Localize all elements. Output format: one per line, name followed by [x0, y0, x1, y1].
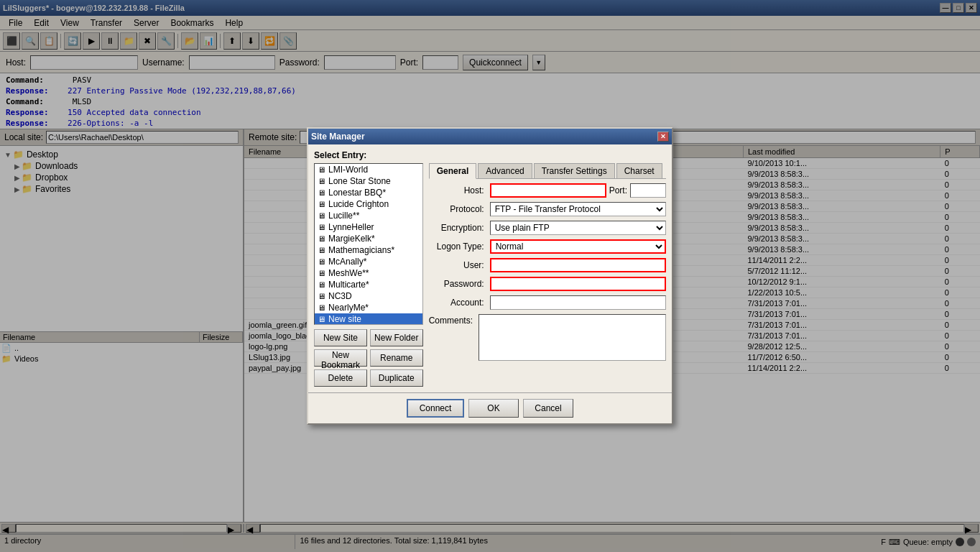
sm-entry-lucille[interactable]: 🖥 Lucille** [315, 210, 422, 221]
sm-title: Site Manager [311, 132, 365, 142]
tab-transfer-settings[interactable]: Transfer Settings [534, 163, 615, 178]
site-icon: 🖥 [318, 280, 325, 289]
ok-button[interactable]: OK [468, 399, 519, 418]
sm-entry-new-site[interactable]: 🖥 New site [315, 313, 422, 325]
modal-overlay: Site Manager ✕ Select Entry: 🖥 LMI-World… [0, 0, 980, 549]
tab-charset[interactable]: Charset [616, 163, 662, 178]
sm-protocol-select[interactable]: FTP - File Transfer Protocol SFTP - SSH … [490, 202, 666, 216]
sm-entry-label: Lone Star Stone [328, 176, 391, 186]
site-icon: 🖥 [318, 188, 325, 197]
sm-entry-label: Multicarte* [328, 280, 369, 290]
sm-entry-tree[interactable]: 🖥 LMI-World 🖥 Lone Star Stone 🖥 Lonestar… [314, 163, 423, 325]
sm-entry-lonestar-bbq[interactable]: 🖥 Lonestar BBQ* [315, 187, 422, 198]
sm-title-bar: Site Manager ✕ [308, 129, 672, 144]
sm-comments-row: Comments: [429, 314, 666, 361]
sm-select-label: Select Entry: [314, 150, 666, 160]
sm-user-row: User: [429, 258, 666, 272]
sm-entry-label: Lucide Crighton [328, 199, 389, 209]
sm-encryption-row: Encryption: Use plain FTP Use explicit F… [429, 221, 666, 235]
sm-port-label: Port: [609, 185, 627, 196]
sm-account-label: Account: [429, 298, 490, 308]
sm-content: 🖥 LMI-World 🖥 Lone Star Stone 🖥 Lonestar… [314, 163, 666, 387]
sm-tabs: General Advanced Transfer Settings Chars… [429, 163, 666, 179]
sm-entry-label: NC3D [328, 291, 352, 301]
rename-button[interactable]: Rename [370, 349, 423, 367]
sm-entry-nearlyme[interactable]: 🖥 NearlyMe* [315, 302, 422, 313]
site-icon: 🖥 [318, 177, 325, 185]
sm-left-panel: 🖥 LMI-World 🖥 Lone Star Stone 🖥 Lonestar… [314, 163, 423, 387]
sm-password-row: Password: [429, 277, 666, 291]
sm-comments-label: Comments: [429, 314, 479, 326]
sm-protocol-label: Protocol: [429, 204, 490, 214]
sm-entry-label: Lucille** [328, 211, 359, 221]
sm-password-input[interactable] [490, 277, 666, 291]
tab-general[interactable]: General [429, 163, 477, 179]
sm-protocol-row: Protocol: FTP - File Transfer Protocol S… [429, 202, 666, 216]
site-icon: 🖥 [318, 269, 325, 277]
delete-button[interactable]: Delete [314, 369, 367, 387]
connect-button[interactable]: Connect [407, 399, 464, 418]
sm-entry-label: LMI-World [328, 165, 368, 175]
site-icon: 🖥 [318, 292, 325, 300]
sm-entry-mcanally[interactable]: 🖥 McAnally* [315, 256, 422, 267]
sm-entry-label: Lonestar BBQ* [328, 188, 386, 198]
sm-body: Select Entry: 🖥 LMI-World 🖥 Lone Star St… [308, 144, 672, 392]
sm-entry-lynne[interactable]: 🖥 LynneHeller [315, 221, 422, 233]
sm-password-label: Password: [429, 279, 490, 289]
site-icon: 🖥 [318, 223, 325, 231]
sm-footer: Connect OK Cancel [308, 392, 672, 423]
sm-entry-lmi-world[interactable]: 🖥 LMI-World [315, 164, 422, 175]
new-folder-button[interactable]: New Folder [370, 329, 423, 346]
site-icon: 🖥 [318, 211, 325, 220]
sm-right-panel: General Advanced Transfer Settings Chars… [429, 163, 666, 387]
sm-entry-buttons: New Site New Folder New Bookmark Rename … [314, 329, 423, 387]
cancel-button[interactable]: Cancel [523, 399, 573, 418]
sm-entry-label: Mathemagicians* [328, 245, 394, 255]
new-bookmark-button[interactable]: New Bookmark [314, 349, 367, 367]
site-icon: 🖥 [318, 303, 325, 312]
sm-encryption-select[interactable]: Use plain FTP Use explicit FTP over TLS … [490, 221, 666, 235]
host-port-container: Port: [490, 183, 666, 198]
sm-entry-margie[interactable]: 🖥 MargieKelk* [315, 233, 422, 244]
site-icon: 🖥 [318, 246, 325, 254]
sm-entry-label: MargieKelk* [328, 234, 375, 244]
sm-entry-math[interactable]: 🖥 Mathemagicians* [315, 244, 422, 256]
sm-account-input[interactable] [490, 295, 666, 310]
sm-comments-input[interactable] [479, 314, 666, 361]
site-manager-dialog: Site Manager ✕ Select Entry: 🖥 LMI-World… [307, 127, 673, 425]
tab-advanced[interactable]: Advanced [478, 163, 532, 178]
sm-entry-multicarte[interactable]: 🖥 Multicarte* [315, 279, 422, 290]
sm-entry-label: New site [328, 314, 361, 324]
sm-user-label: User: [429, 260, 490, 270]
site-icon: 🖥 [318, 165, 325, 174]
duplicate-button[interactable]: Duplicate [370, 369, 423, 387]
sm-encryption-label: Encryption: [429, 223, 490, 233]
sm-entry-label: NearlyMe* [328, 303, 369, 313]
sm-port-input[interactable] [630, 183, 666, 198]
new-site-button[interactable]: New Site [314, 329, 367, 346]
sm-host-input[interactable] [490, 183, 606, 198]
sm-entry-label: LynneHeller [328, 222, 374, 232]
sm-host-label: Host: [429, 185, 490, 196]
site-icon: 🖥 [318, 315, 325, 323]
sm-entry-meshwe[interactable]: 🖥 MeshWe** [315, 267, 422, 279]
sm-entry-lucide[interactable]: 🖥 Lucide Crighton [315, 198, 422, 210]
sm-entry-label: MeshWe** [328, 268, 369, 278]
sm-user-input[interactable] [490, 258, 666, 272]
sm-account-row: Account: [429, 295, 666, 310]
sm-entry-lone-star[interactable]: 🖥 Lone Star Stone [315, 175, 422, 187]
sm-entry-nc3d[interactable]: 🖥 NC3D [315, 290, 422, 302]
sm-logon-label: Logon Type: [429, 242, 490, 252]
site-icon: 🖥 [318, 257, 325, 266]
sm-logon-select[interactable]: Anonymous Normal Ask for password Intera… [490, 239, 666, 254]
sm-entry-label: McAnally* [328, 257, 366, 267]
site-icon: 🖥 [318, 234, 325, 243]
sm-host-row: Host: Port: [429, 183, 666, 198]
site-icon: 🖥 [318, 200, 325, 208]
sm-logon-row: Logon Type: Anonymous Normal Ask for pas… [429, 239, 666, 254]
sm-close-button[interactable]: ✕ [657, 132, 669, 142]
